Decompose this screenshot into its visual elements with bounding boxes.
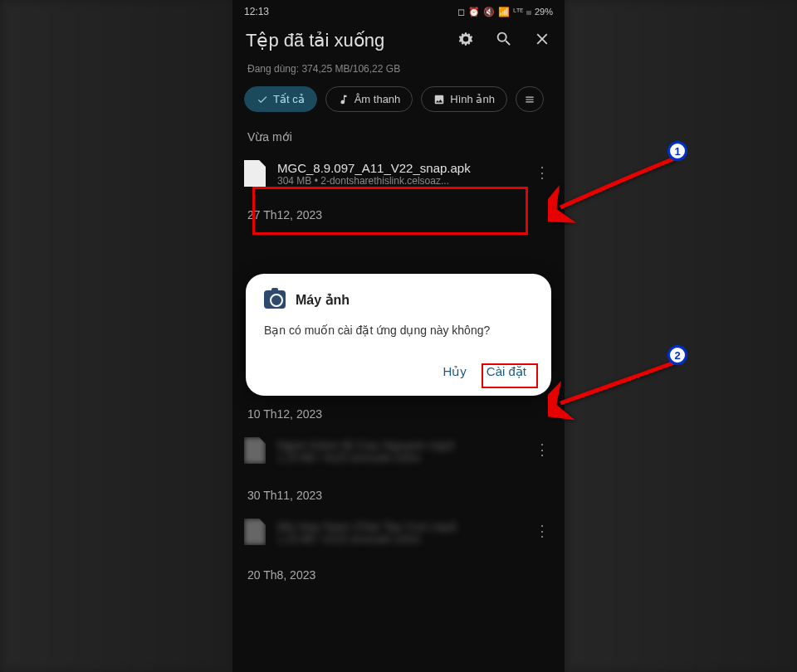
status-indicators: ◻⏰🔇📶ᴸᵀᴱₗₗₗ 29% [457, 7, 553, 17]
file-icon [244, 519, 266, 545]
section-recent: Vừa mới [232, 127, 565, 152]
file-item-apk[interactable]: MGC_8.9.097_A11_V22_snap.apk 304 MB • 2-… [232, 152, 565, 195]
dialog-app-name: Máy ảnh [296, 292, 350, 308]
file-item-blurred[interactable]: Ma Hay Nam Chat Tay Con mp3 1.29 MB • 4G… [232, 510, 565, 553]
file-icon [244, 437, 266, 464]
phone-screen: 12:13 ◻⏰🔇📶ᴸᵀᴱₗₗₗ 29% Tệp đã tải xuống Đa… [232, 0, 565, 672]
file-item-blurred[interactable]: Ngon Kiem Bi Cau Nguyen mp3 1.19 MB • 4G… [232, 429, 565, 472]
cancel-button[interactable]: Hủy [436, 359, 472, 384]
annotation-arrow-1 [548, 151, 689, 229]
annotation-badge-2: 2 [667, 345, 687, 365]
status-time: 12:13 [244, 6, 269, 17]
install-dialog: Máy ảnh Bạn có muốn cài đặt ứng dụng này… [246, 274, 551, 396]
section-date2: 10 Th12, 2023 [232, 391, 565, 429]
file-icon [244, 160, 266, 187]
camera-icon [264, 290, 286, 309]
chip-more[interactable] [516, 86, 544, 112]
file-name: MGC_8.9.097_A11_V22_snap.apk [277, 161, 520, 175]
app-header: Tệp đã tải xuống [232, 23, 565, 58]
close-icon[interactable] [533, 30, 551, 51]
annotation-badge-1: 1 [667, 141, 687, 161]
more-icon[interactable]: ⋮ [531, 447, 553, 453]
section-date4: 20 Th8, 2023 [232, 553, 565, 590]
chip-all[interactable]: Tất cả [244, 86, 317, 112]
more-icon[interactable]: ⋮ [531, 528, 553, 534]
chip-audio[interactable]: Âm thanh [325, 86, 413, 112]
install-button[interactable]: Cài đặt [480, 359, 533, 384]
section-date1: 27 Th12, 2023 [232, 195, 565, 230]
dialog-message: Bạn có muốn cài đặt ứng dụng này không? [264, 322, 533, 339]
filter-chips: Tất cả Âm thanh Hình ảnh [232, 86, 565, 127]
status-bar: 12:13 ◻⏰🔇📶ᴸᵀᴱₗₗₗ 29% [232, 0, 565, 23]
search-icon[interactable] [495, 30, 513, 51]
file-meta: 304 MB • 2-dontsharethislink.celsoaz... [277, 175, 520, 187]
section-date3: 30 Th11, 2023 [232, 472, 565, 510]
page-title: Tệp đã tải xuống [246, 30, 384, 51]
chip-image[interactable]: Hình ảnh [421, 86, 507, 112]
annotation-arrow-2 [548, 355, 689, 425]
storage-info: Đang dùng: 374,25 MB/106,22 GB [232, 58, 565, 86]
gear-icon[interactable] [457, 30, 475, 51]
